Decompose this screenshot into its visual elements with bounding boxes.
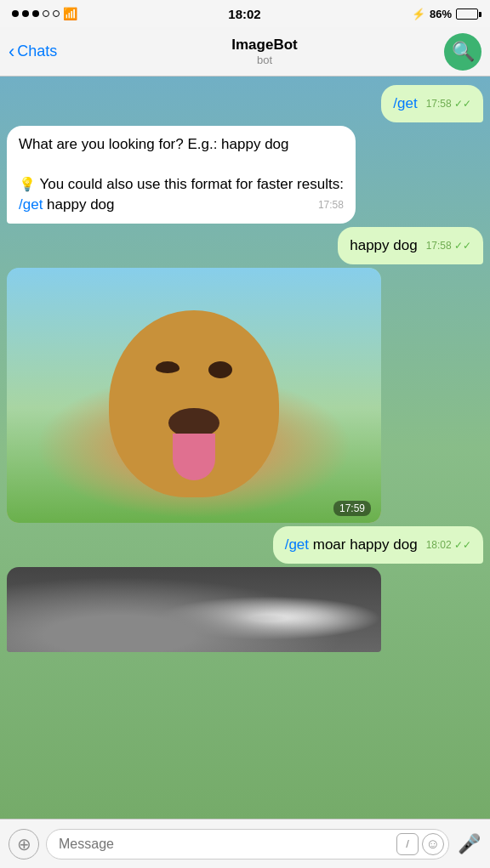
moar-text: moar happy dog xyxy=(313,536,418,553)
outgoing-bubble: /get moar happy dog 18:02 ✓✓ xyxy=(273,526,483,564)
command-button[interactable]: / xyxy=(396,833,419,855)
battery-icon xyxy=(456,9,478,20)
wifi-icon: 📶 xyxy=(63,7,77,20)
signal-area: 📶 xyxy=(12,7,77,20)
double-check-icon: ✓✓ xyxy=(454,539,471,551)
bot-avatar-icon: 🔍 xyxy=(452,41,475,63)
signal-dot-4 xyxy=(43,10,49,17)
dog-eye-right xyxy=(208,361,232,378)
image-message[interactable]: 17:59 xyxy=(7,268,381,523)
mic-button[interactable]: 🎤 xyxy=(456,831,481,857)
message-row: /get 17:58 ✓✓ xyxy=(7,85,483,122)
dog-scene xyxy=(7,268,381,523)
incoming-bubble: What are you looking for? E.g.: happy do… xyxy=(7,126,356,224)
signal-dot-2 xyxy=(22,10,29,17)
message-time: 17:58 ✓✓ xyxy=(426,239,471,253)
nav-title-block: ImageBot bot xyxy=(231,37,297,66)
nav-bar: ‹ Chats ImageBot bot 🔍 xyxy=(0,27,490,77)
message-time: 18:02 ✓✓ xyxy=(426,538,471,553)
message-input[interactable] xyxy=(46,829,449,859)
dog-head xyxy=(109,310,279,497)
partial-image-content xyxy=(7,567,381,652)
partial-image-message[interactable] xyxy=(7,567,381,652)
incoming-text: What are you looking for? E.g.: happy do… xyxy=(19,136,289,152)
attach-button[interactable]: ⊕ xyxy=(9,829,39,859)
dog-tongue xyxy=(173,434,215,480)
chat-area: /get 17:58 ✓✓ What are you looking for? … xyxy=(0,77,490,819)
bluetooth-icon: ⚡ xyxy=(412,8,425,20)
chevron-left-icon: ‹ xyxy=(9,43,14,61)
get-command-text: /get xyxy=(393,95,417,111)
double-check-icon: ✓✓ xyxy=(454,98,471,110)
message-time: 17:58 ✓✓ xyxy=(426,97,471,111)
emoji-icon: ☺ xyxy=(426,837,440,852)
happy-dog-text: happy dog xyxy=(350,237,417,253)
hint-text: You could also use this format for faste… xyxy=(39,176,344,192)
paperclip-icon: ⊕ xyxy=(17,834,31,854)
status-right-area: ⚡ 86% xyxy=(412,8,478,20)
chat-title: ImageBot xyxy=(231,37,297,54)
slash-icon: / xyxy=(406,837,409,850)
battery-percent: 86% xyxy=(430,8,452,20)
status-bar: 📶 18:02 ⚡ 86% xyxy=(0,0,490,27)
message-row: 17:59 xyxy=(7,268,483,523)
dog-image xyxy=(7,268,381,523)
status-time: 18:02 xyxy=(228,7,260,21)
dog-eye-left xyxy=(156,361,179,373)
message-row: What are you looking for? E.g.: happy do… xyxy=(7,126,483,224)
signal-dot-1 xyxy=(12,10,19,17)
signal-dot-5 xyxy=(53,10,60,17)
outgoing-bubble: happy dog 17:58 ✓✓ xyxy=(338,227,483,264)
message-row: happy dog 17:58 ✓✓ xyxy=(7,227,483,264)
bulb-icon: 💡 xyxy=(19,177,36,191)
microphone-icon: 🎤 xyxy=(458,833,481,855)
chat-subtitle: bot xyxy=(231,54,297,66)
back-button[interactable]: ‹ Chats xyxy=(9,43,85,61)
get-command-text: /get xyxy=(285,536,309,553)
back-label: Chats xyxy=(17,43,57,60)
double-check-icon: ✓✓ xyxy=(454,240,471,252)
outgoing-bubble: /get 17:58 ✓✓ xyxy=(381,85,483,122)
inline-get-cmd: /get xyxy=(19,196,43,213)
image-time-overlay: 17:59 xyxy=(333,501,371,516)
signal-dot-3 xyxy=(32,10,39,17)
message-time: 17:58 xyxy=(318,198,344,213)
emoji-button[interactable]: ☺ xyxy=(422,833,444,855)
input-bar: ⊕ / ☺ 🎤 xyxy=(0,819,490,868)
message-row xyxy=(7,567,483,652)
bot-avatar[interactable]: 🔍 xyxy=(444,33,481,71)
message-input-wrap: / ☺ xyxy=(46,829,449,859)
hint-example: happy dog xyxy=(47,196,114,213)
message-row: /get moar happy dog 18:02 ✓✓ xyxy=(7,526,483,564)
